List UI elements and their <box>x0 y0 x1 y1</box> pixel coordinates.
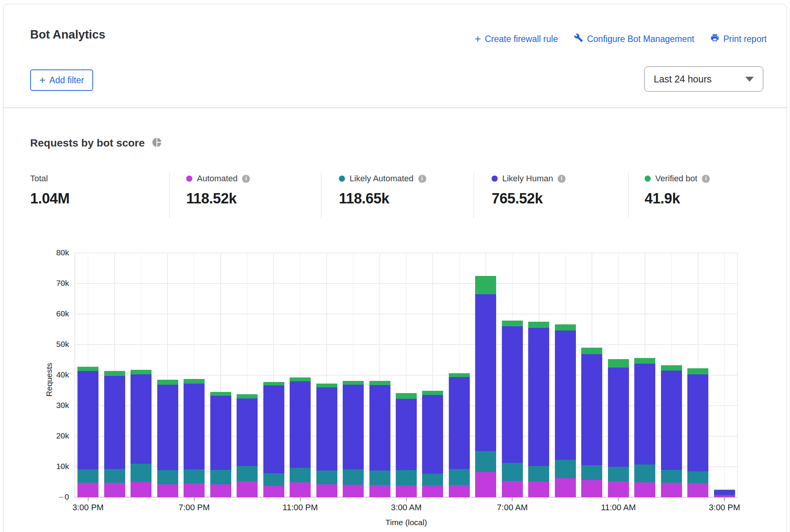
bar-segment[interactable] <box>687 483 708 497</box>
bar-segment[interactable] <box>449 485 470 497</box>
bar-segment[interactable] <box>422 395 443 474</box>
bar-segment[interactable] <box>634 482 655 497</box>
bar-segment[interactable] <box>290 381 311 468</box>
bar-segment[interactable] <box>369 471 390 485</box>
bar-segment[interactable] <box>77 367 98 371</box>
bar-segment[interactable] <box>449 377 470 469</box>
bar-segment[interactable] <box>608 467 629 481</box>
bar-segment[interactable] <box>608 368 629 467</box>
bar-segment[interactable] <box>396 470 417 485</box>
bar-segment[interactable] <box>396 393 417 399</box>
bar-segment[interactable] <box>714 495 735 496</box>
bar-segment[interactable] <box>396 399 417 470</box>
bar-segment[interactable] <box>290 468 311 482</box>
time-range-select[interactable]: Last 24 hours <box>644 66 763 92</box>
bar-segment[interactable] <box>661 470 682 483</box>
bar-segment[interactable] <box>157 484 178 497</box>
bar-segment[interactable] <box>581 354 602 465</box>
bar-segment[interactable] <box>581 348 602 354</box>
bar-segment[interactable] <box>290 377 311 381</box>
bar-segment[interactable] <box>343 385 364 469</box>
bar-segment[interactable] <box>714 490 735 495</box>
bar-segment[interactable] <box>157 380 178 385</box>
bar-segment[interactable] <box>131 370 152 375</box>
bar-segment[interactable] <box>528 466 549 482</box>
info-icon[interactable]: i <box>702 175 710 183</box>
bar-segment[interactable] <box>634 464 655 482</box>
bar-segment[interactable] <box>581 480 602 497</box>
info-icon[interactable]: i <box>242 175 250 183</box>
bar-segment[interactable] <box>184 384 205 469</box>
bar-segment[interactable] <box>608 359 629 368</box>
bar-segment[interactable] <box>687 471 708 483</box>
bar-segment[interactable] <box>502 326 523 463</box>
bar-segment[interactable] <box>343 469 364 485</box>
bar-segment[interactable] <box>422 485 443 497</box>
bar-segment[interactable] <box>422 474 443 485</box>
bar-segment[interactable] <box>157 385 178 470</box>
add-filter-button[interactable]: + Add filter <box>30 69 93 91</box>
bar-segment[interactable] <box>237 466 258 481</box>
bar-segment[interactable] <box>555 324 576 330</box>
bar-segment[interactable] <box>687 374 708 471</box>
bar-segment[interactable] <box>131 374 152 464</box>
bar-segment[interactable] <box>555 330 576 459</box>
bar-segment[interactable] <box>157 470 178 484</box>
bar-segment[interactable] <box>502 321 523 326</box>
bar-segment[interactable] <box>687 368 708 374</box>
bar-segment[interactable] <box>184 469 205 484</box>
bar-segment[interactable] <box>475 451 496 472</box>
bar-segment[interactable] <box>369 485 390 497</box>
bar-segment[interactable] <box>184 379 205 384</box>
bar-segment[interactable] <box>422 391 443 395</box>
bar-segment[interactable] <box>77 371 98 469</box>
bar-segment[interactable] <box>475 276 496 294</box>
bar-segment[interactable] <box>396 485 417 497</box>
bar-segment[interactable] <box>661 483 682 497</box>
bar-segment[interactable] <box>290 482 311 497</box>
bar-segment[interactable] <box>634 358 655 363</box>
bar-segment[interactable] <box>104 371 125 376</box>
bar-segment[interactable] <box>104 483 125 497</box>
bar-segment[interactable] <box>449 373 470 377</box>
configure-bot-management-link[interactable]: Configure Bot Management <box>574 33 694 45</box>
bar-segment[interactable] <box>210 392 231 396</box>
bar-segment[interactable] <box>184 484 205 497</box>
bar-segment[interactable] <box>581 465 602 480</box>
bar-segment[interactable] <box>316 484 337 497</box>
bar-segment[interactable] <box>343 485 364 497</box>
bar-segment[interactable] <box>608 481 629 497</box>
bar-segment[interactable] <box>502 481 523 497</box>
bar-segment[interactable] <box>77 469 98 483</box>
bar-segment[interactable] <box>316 384 337 387</box>
bar-segment[interactable] <box>210 484 231 497</box>
bar-segment[interactable] <box>316 387 337 471</box>
bar-segment[interactable] <box>661 365 682 371</box>
bar-segment[interactable] <box>77 483 98 497</box>
bar-segment[interactable] <box>661 371 682 470</box>
print-report-link[interactable]: Print report <box>710 33 767 45</box>
info-icon[interactable]: i <box>418 175 426 183</box>
bar-segment[interactable] <box>714 496 735 497</box>
bar-segment[interactable] <box>502 463 523 481</box>
bar-segment[interactable] <box>369 385 390 471</box>
bar-segment[interactable] <box>104 376 125 469</box>
bar-segment[interactable] <box>237 398 258 466</box>
bar-segment[interactable] <box>263 382 284 385</box>
bar-segment[interactable] <box>263 473 284 486</box>
bar-segment[interactable] <box>714 490 735 490</box>
bar-segment[interactable] <box>263 486 284 497</box>
bar-segment[interactable] <box>104 469 125 483</box>
bar-segment[interactable] <box>316 471 337 484</box>
bar-segment[interactable] <box>369 381 390 385</box>
bar-segment[interactable] <box>449 469 470 485</box>
bar-segment[interactable] <box>475 472 496 497</box>
bar-segment[interactable] <box>210 396 231 470</box>
bar-segment[interactable] <box>237 481 258 497</box>
bar-segment[interactable] <box>237 394 258 398</box>
bar-segment[interactable] <box>131 464 152 482</box>
create-firewall-rule-link[interactable]: + Create firewall rule <box>475 34 558 44</box>
bar-segment[interactable] <box>475 294 496 451</box>
bar-segment[interactable] <box>343 381 364 385</box>
bar-segment[interactable] <box>210 470 231 484</box>
